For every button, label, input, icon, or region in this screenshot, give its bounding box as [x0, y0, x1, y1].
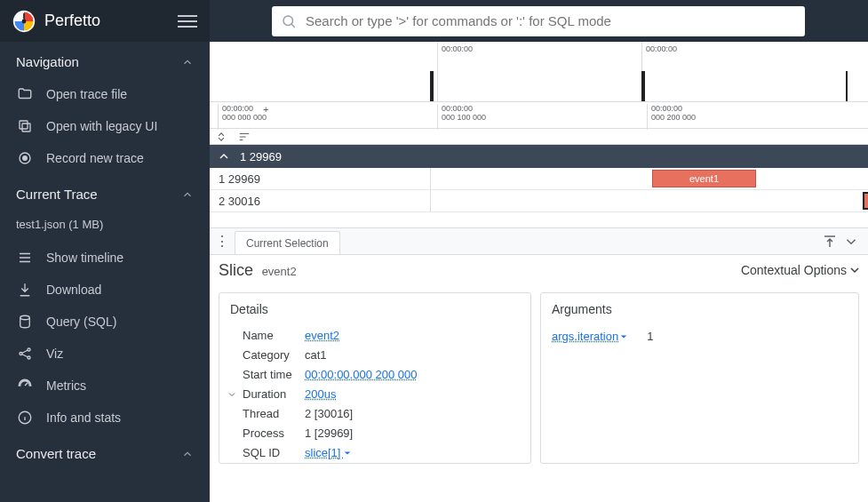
- sidebar-item-record-new-trace[interactable]: Record new trace: [0, 142, 210, 174]
- ruler-tick: 00:00:00000 000 000: [218, 104, 267, 130]
- slice-subheading: event2: [262, 265, 297, 278]
- contextual-options-button[interactable]: Contextual Options: [741, 263, 859, 277]
- detail-key: Process: [243, 426, 305, 442]
- track-content[interactable]: event2: [431, 190, 868, 211]
- nav-label: Record new trace: [46, 151, 144, 165]
- overview-marker: [846, 71, 848, 101]
- svg-rect-2: [23, 13, 25, 20]
- sidebar-item-metrics[interactable]: Metrics: [0, 370, 210, 402]
- detail-row-thread: Thread2 [30016]: [219, 404, 530, 424]
- list-icon: [16, 249, 34, 267]
- plus-icon: +: [263, 104, 268, 115]
- brand-title: Perfetto: [44, 12, 178, 30]
- sidebar-item-download[interactable]: Download: [0, 274, 210, 306]
- sidebar-item-query-sql-[interactable]: Query (SQL): [0, 306, 210, 338]
- svg-point-7: [20, 315, 30, 320]
- drag-handle-icon[interactable]: ⋮: [210, 233, 235, 250]
- overview-marker: [641, 71, 645, 101]
- nav-label: Open with legacy UI: [46, 119, 157, 133]
- spacer: [210, 212, 868, 228]
- svg-point-8: [20, 353, 22, 355]
- sidebar: Perfetto Navigation Open trace fileOpen …: [0, 0, 210, 502]
- track-toolbar: [210, 129, 868, 145]
- overview-tick: 00:00:00: [641, 42, 677, 101]
- detail-key: SQL ID: [243, 445, 305, 461]
- detail-key: Duration: [243, 386, 305, 402]
- nav-label: Query (SQL): [46, 315, 116, 329]
- detail-key: Name: [243, 328, 305, 344]
- search-icon: [281, 13, 297, 29]
- collapse-up-icon[interactable]: [822, 234, 838, 250]
- svg-rect-3: [22, 124, 30, 131]
- chevron-up-icon: [181, 448, 194, 460]
- speed-icon: [16, 377, 34, 394]
- nav-label: Download: [46, 283, 101, 297]
- nav-label: Show timeline: [46, 251, 123, 265]
- detail-value[interactable]: event2: [305, 328, 339, 344]
- caret-down-icon: [344, 450, 351, 457]
- nav-label: Metrics: [46, 378, 86, 393]
- details-tabs: ⋮ Current Selection: [210, 228, 868, 255]
- svg-rect-4: [20, 121, 28, 129]
- chevron-down-icon[interactable]: [843, 234, 859, 250]
- nav-label: Open trace file: [46, 87, 127, 101]
- process-header[interactable]: 1 29969: [210, 145, 868, 168]
- section-navigation[interactable]: Navigation: [0, 42, 210, 78]
- database-icon: [16, 313, 34, 331]
- detail-row-duration: Duration200us: [219, 385, 530, 404]
- sidebar-item-info-and-stats[interactable]: Info and stats: [0, 402, 210, 434]
- perfetto-logo-icon: [12, 10, 36, 33]
- menu-icon[interactable]: [178, 12, 197, 31]
- detail-value[interactable]: 200us: [305, 386, 336, 402]
- topbar: [210, 0, 868, 42]
- track-name[interactable]: 2 30016: [210, 190, 431, 211]
- detail-value[interactable]: slice[1]: [305, 445, 351, 461]
- sort-icon[interactable]: [238, 131, 251, 143]
- track-content[interactable]: event1: [431, 168, 868, 189]
- sidebar-item-show-timeline[interactable]: Show timeline: [0, 242, 210, 274]
- timeline-overview[interactable]: 00:00:00 00:00:00: [210, 42, 868, 102]
- arg-value: 1: [647, 330, 653, 343]
- detail-key: Thread: [243, 406, 305, 422]
- sidebar-header: Perfetto: [0, 0, 210, 42]
- caret-down-icon: [620, 333, 627, 340]
- svg-point-1: [22, 19, 27, 23]
- arg-row: args.iteration 1: [541, 326, 858, 347]
- detail-value: 1 [29969]: [305, 426, 353, 442]
- detail-value[interactable]: 00:00:00.000 200 000: [305, 367, 418, 383]
- nav-label: Info and stats: [46, 410, 121, 425]
- sidebar-item-viz[interactable]: Viz: [0, 338, 210, 370]
- track-name[interactable]: 1 29969: [210, 168, 431, 189]
- sidebar-item-open-trace-file[interactable]: Open trace file: [0, 78, 210, 110]
- collapse-vertical-icon[interactable]: [215, 131, 227, 143]
- section-convert-trace[interactable]: Convert trace: [0, 434, 210, 470]
- slice-event2[interactable]: event2: [863, 192, 868, 210]
- track-row: 1 29969event1: [210, 168, 868, 190]
- tab-current-selection[interactable]: Current Selection: [235, 231, 340, 254]
- detail-value: 2 [30016]: [305, 406, 353, 422]
- section-current-trace[interactable]: Current Trace: [0, 174, 210, 211]
- main: 00:00:00 00:00:00 00:00:00000 000 000 + …: [210, 0, 868, 502]
- detail-row-category: Categorycat1: [219, 346, 530, 365]
- overview-marker: [430, 71, 434, 101]
- detail-key: Category: [243, 347, 305, 363]
- ruler-tick: 00:00:00000 100 000: [437, 104, 486, 130]
- svg-point-12: [283, 16, 293, 26]
- ruler-tick: 00:00:00000 200 000: [647, 104, 696, 130]
- searchbox[interactable]: [272, 6, 805, 36]
- time-ruler[interactable]: 00:00:00000 000 000 + 00:00:00000 100 00…: [210, 102, 868, 129]
- download-icon: [16, 281, 34, 299]
- panel-title: Details: [219, 293, 530, 326]
- nav-label: Viz: [46, 347, 63, 361]
- sidebar-item-open-with-legacy-ui[interactable]: Open with legacy UI: [0, 110, 210, 142]
- chevron-up-icon: [181, 188, 194, 201]
- arg-key[interactable]: args.iteration: [552, 330, 627, 343]
- detail-row-start-time: Start time00:00:00.000 200 000: [219, 365, 530, 385]
- chevron-down-icon[interactable]: [227, 389, 237, 400]
- contextual-label: Contextual Options: [741, 263, 847, 277]
- panel-title: Arguments: [541, 293, 858, 326]
- search-input[interactable]: [306, 13, 796, 28]
- slice-event1[interactable]: event1: [652, 170, 756, 187]
- track-row: 2 30016event2: [210, 190, 868, 212]
- section-label: Current Trace: [16, 187, 98, 202]
